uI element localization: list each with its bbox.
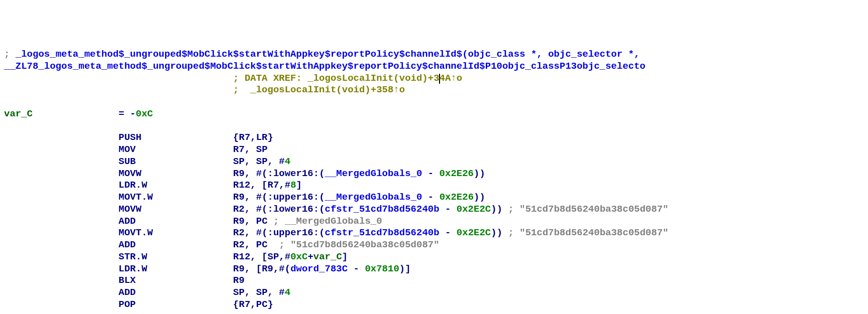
disassembly-view[interactable]: ; _logos_meta_method$_ungrouped$MobClick…	[4, 49, 864, 311]
asm-line[interactable]: SUB SP, SP, #4	[4, 156, 864, 168]
asm-line[interactable]: ADD R9, PC ; __MergedGlobals_0	[4, 216, 864, 228]
operand: SP	[256, 144, 268, 155]
operand: var_C	[313, 251, 342, 262]
asm-line[interactable]: LDR.W R12, [R7,#8]	[4, 180, 864, 192]
operand: +	[307, 251, 313, 262]
operand: R7	[233, 144, 245, 155]
xref-target[interactable]: 4A	[440, 73, 451, 84]
local-var-value: 0xC	[136, 108, 153, 119]
comment-prefix: ;	[233, 73, 245, 84]
operand: , [	[245, 263, 262, 274]
asm-comment: ; "51cd7b8d56240ba38c05d087"	[502, 227, 669, 238]
operand: R7	[239, 299, 251, 310]
operand: ,	[245, 144, 256, 155]
mnemonic: POP	[119, 299, 136, 310]
operand: {	[233, 132, 239, 143]
operand: :upper16:	[268, 192, 319, 203]
xref-target[interactable]: _logosLocalInit(void)+358	[250, 84, 393, 95]
operand: ,	[268, 156, 279, 167]
operand: 4	[285, 287, 290, 298]
asm-line[interactable]: MOVW R2, #(:lower16:(cfstr_51cd7b8d56240…	[4, 204, 864, 216]
asm-line[interactable]: BLX R9	[4, 275, 864, 287]
operand: R2	[233, 204, 245, 215]
mnemonic: MOVT.W	[119, 227, 153, 238]
asm-line[interactable]: MOVT.W R9, #(:upper16:(__MergedGlobals_0…	[4, 192, 864, 204]
operand: PC	[256, 239, 268, 250]
operand: ,	[250, 132, 256, 143]
operand: ,	[268, 287, 279, 298]
mangled-name-line: __ZL78_logos_meta_method$_ungrouped$MobC…	[4, 61, 864, 73]
asm-comment: __MergedGlobals_0	[285, 216, 382, 227]
operand: dword_783C	[290, 263, 348, 274]
operand: SP	[256, 156, 268, 167]
operand: ,	[245, 216, 256, 227]
operand: SP	[233, 156, 245, 167]
operand: R7	[239, 132, 251, 143]
operand: ))	[474, 168, 485, 179]
operand: R9	[262, 263, 273, 274]
operand: R12	[233, 251, 250, 262]
operand: -	[348, 263, 365, 274]
asm-comment: ; "51cd7b8d56240ba38c05d087"	[502, 204, 669, 215]
asm-line[interactable]: MOVW R9, #(:lower16:(__MergedGlobals_0 -…	[4, 168, 864, 180]
operand: :upper16:	[268, 227, 319, 238]
operand: , [	[250, 251, 267, 262]
asm-line[interactable]: ADD SP, SP, #4	[4, 287, 864, 299]
asm-line[interactable]: POP {R7,PC}	[4, 299, 864, 311]
operand: 0x2E26	[440, 192, 474, 203]
operand: SP	[256, 287, 268, 298]
operand: ,	[250, 299, 256, 310]
operand: ,	[245, 287, 256, 298]
operand: cfstr_51cd7b8d56240b	[325, 227, 440, 238]
xref-line: ; DATA XREF: _logosLocalInit(void)+34A↑o	[4, 73, 864, 85]
operand: SP	[268, 251, 279, 262]
operand: ]	[296, 180, 302, 191]
operand: R9	[233, 168, 245, 179]
operand: (	[319, 204, 324, 215]
blank-line	[4, 96, 864, 108]
operand: cfstr_51cd7b8d56240b	[325, 204, 440, 215]
operand: ,#	[279, 251, 290, 262]
operand: #	[279, 156, 284, 167]
asm-line[interactable]: ADD R2, PC ; "51cd7b8d56240ba38c05d087"	[4, 239, 864, 251]
operand: -	[440, 204, 457, 215]
operand: -	[440, 227, 457, 238]
local-var-name[interactable]: var_C	[4, 108, 33, 119]
local-var-line[interactable]: var_C = -0xC	[4, 108, 864, 120]
comment-prefix: ;	[4, 49, 16, 60]
asm-line[interactable]: MOVT.W R2, #(:upper16:(cfstr_51cd7b8d562…	[4, 227, 864, 239]
operand: __MergedGlobals_0	[325, 168, 422, 179]
comment-prefix: ;	[233, 84, 250, 95]
operand: 0xC	[290, 251, 307, 262]
operand: ,#	[279, 180, 290, 191]
operand: PC	[256, 299, 268, 310]
mnemonic: ADD	[119, 287, 136, 298]
asm-line[interactable]: PUSH {R7,LR}	[4, 132, 864, 144]
asm-line[interactable]: STR.W R12, [SP,#0xC+var_C]	[4, 251, 864, 263]
xref-target[interactable]: _logosLocalInit(void)+3	[307, 73, 439, 84]
asm-line[interactable]: LDR.W R9, [R9,#(dword_783C - 0x7810)]	[4, 263, 864, 275]
operand: __MergedGlobals_0	[325, 192, 422, 203]
operand: , #(	[245, 192, 268, 203]
mangled-name: __ZL78_logos_meta_method$_ungrouped$MobC…	[4, 61, 645, 72]
operand: R12	[233, 180, 250, 191]
blank-line	[4, 120, 864, 132]
operand: ,#(	[273, 263, 290, 274]
operand: 8	[290, 180, 296, 191]
operand: -	[422, 192, 439, 203]
asm-line[interactable]: MOV R7, SP	[4, 144, 864, 156]
function-signature: _logos_meta_method$_ungrouped$MobClick$s…	[16, 49, 640, 60]
operand: , #(	[245, 227, 268, 238]
operand: R9	[233, 275, 245, 286]
operand: , #(	[245, 204, 268, 215]
xref-arrow: ↑o	[393, 84, 405, 95]
operand: (	[319, 192, 324, 203]
operand: (	[319, 227, 324, 238]
xref-label: DATA XREF:	[245, 73, 307, 84]
mnemonic: ADD	[119, 216, 136, 227]
mnemonic: SUB	[119, 156, 136, 167]
operand: R2	[233, 239, 245, 250]
asm-comment: ; "51cd7b8d56240ba38c05d087"	[268, 239, 440, 250]
operand: ))	[474, 192, 485, 203]
operand: R9	[233, 263, 245, 274]
